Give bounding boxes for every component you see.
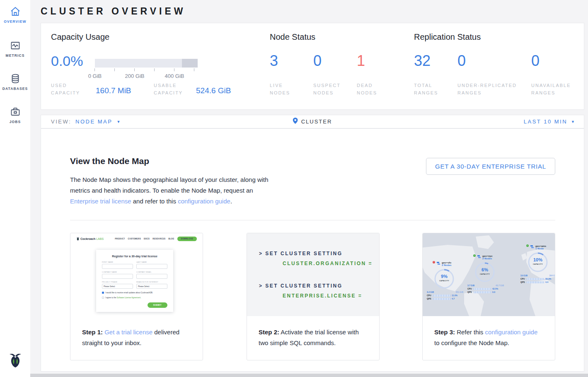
step1-caption: Step 1: Get a trial license delivered st… <box>70 316 203 348</box>
live-nodes-count: 3 <box>270 53 278 69</box>
unavailable-ranges-count: 0 <box>531 53 540 69</box>
registration-form: Register for a 30-day trial license FIRS… <box>96 250 173 312</box>
sidebar-item-label: JOBS <box>0 120 30 124</box>
step2-caption: Step 2: Activate the trial license with … <box>247 316 379 348</box>
sidebar-item-label: METRICS <box>0 53 30 58</box>
view-label: VIEW: <box>51 118 71 125</box>
time-range-dropdown[interactable]: LAST 10 MIN ▼ <box>524 115 575 128</box>
map-pin-icon <box>293 118 298 126</box>
configuration-guide-link[interactable]: configuration guide <box>485 329 538 336</box>
metrics-icon <box>0 40 30 51</box>
view-selected-value: NODE MAP <box>75 118 112 125</box>
capacity-axis-tick: 200 GiB <box>125 73 145 79</box>
view-selector-dropdown[interactable]: VIEW: NODE MAP ▼ <box>51 115 120 128</box>
sidebar-item-metrics[interactable]: METRICS <box>0 40 30 58</box>
section-title: View the Node Map <box>70 156 149 166</box>
cluster-scope-label: CLUSTER <box>301 118 332 125</box>
live-nodes-label: LIVENODES <box>270 82 290 97</box>
capacity-donut: 6% CAPACITY <box>473 261 496 284</box>
section-description: The Node Map shows the geographical layo… <box>70 174 269 207</box>
cockroach-labs-logo-icon <box>0 351 30 371</box>
locality-sfo: ! geo=sfo 2 Nodes 9% CAPACITY 3.2 GiB351… <box>427 261 467 300</box>
usable-capacity-label: USABLECAPACITY <box>154 82 183 97</box>
mini-download-button: DOWNLOAD <box>177 237 197 241</box>
locality-nyc: ✓ geo=nyc 2 Nodes 6% CAPACITY 3.7 GiB43.… <box>467 255 507 293</box>
under-replicated-ranges-count: 0 <box>457 53 466 69</box>
alert-badge-icon: ! <box>433 261 435 263</box>
database-icon <box>0 73 30 85</box>
step1-card: CockroachLABS PRODUCTCUSTOMERS DOCSRESOU… <box>70 233 203 360</box>
total-ranges-count: 32 <box>414 53 431 69</box>
dead-nodes-count: 1 <box>357 53 365 69</box>
cluster-summary-card: Capacity Usage 0.0% 0 GiB 200 GiB 400 Gi… <box>41 23 584 110</box>
get-trial-license-link[interactable]: Get a trial license <box>104 329 152 336</box>
locality-ams: ✓ geo=ams 1 Node 10% CAPACITY 3.6 GiB364… <box>520 245 555 283</box>
capacity-axis-tick: 0 GiB <box>88 73 102 79</box>
unavailable-ranges-label: UNAVAILABLERANGES <box>531 82 571 97</box>
cluster-scope: CLUSTER <box>293 115 332 128</box>
node-status-title: Node Status <box>270 32 315 42</box>
sidebar: OVERVIEW METRICS DATABASES JOBS <box>0 0 30 377</box>
sidebar-item-label: OVERVIEW <box>0 19 30 24</box>
suspect-nodes-label: SUSPECTNODES <box>313 82 341 97</box>
capacity-axis-tick: 400 GiB <box>165 73 184 79</box>
chevron-down-icon: ▼ <box>571 120 575 124</box>
bottom-strip <box>30 374 588 377</box>
configuration-guide-link[interactable]: configuration guide <box>178 198 230 205</box>
time-range-value: LAST 10 MIN <box>524 118 567 125</box>
sidebar-item-overview[interactable]: OVERVIEW <box>0 6 30 24</box>
cockroach-labs-mini-logo: CockroachLABS <box>76 237 104 241</box>
suspect-nodes-count: 0 <box>313 53 322 69</box>
usable-capacity-value: 524.6 GiB <box>196 86 231 95</box>
mini-site-nav: PRODUCTCUSTOMERS DOCSRESOURCES BLOG DOWN… <box>115 237 197 241</box>
used-capacity-value: 160.7 MiB <box>96 86 131 95</box>
home-icon <box>0 6 30 17</box>
capacity-bar-reserved-segment <box>182 59 198 68</box>
replication-status-title: Replication Status <box>414 32 481 42</box>
view-bar: VIEW: NODE MAP ▼ CLUSTER LAST 10 MIN ▼ <box>41 115 584 128</box>
sql-commands-image: > SET CLUSTER SETTING CLUSTER.ORGANIZATI… <box>247 233 379 316</box>
chevron-down-icon: ▼ <box>116 120 120 124</box>
enterprise-trial-button[interactable]: GET A 30-DAY ENTERPRISE TRIAL <box>426 158 555 175</box>
capacity-usage-title: Capacity Usage <box>51 32 109 42</box>
capacity-donut: 9% CAPACITY <box>433 267 456 290</box>
page-title: CLUSTER OVERVIEW <box>41 6 186 17</box>
step3-card: ! geo=sfo 2 Nodes 9% CAPACITY 3.2 GiB351… <box>422 233 555 360</box>
divider <box>70 220 555 220</box>
sidebar-item-databases[interactable]: DATABASES <box>0 73 30 91</box>
used-capacity-label: USEDCAPACITY <box>51 82 80 97</box>
registration-screenshot: CockroachLABS PRODUCTCUSTOMERS DOCSRESOU… <box>70 233 203 316</box>
healthy-badge-icon: ✓ <box>526 244 529 247</box>
enterprise-trial-license-link[interactable]: Enterprise trial license <box>70 198 131 205</box>
healthy-badge-icon: ✓ <box>473 254 476 257</box>
under-replicated-ranges-label: UNDER-REPLICATEDRANGES <box>457 82 517 97</box>
capacity-usage-bar <box>95 59 198 68</box>
mini-submit-button: SUBMIT <box>148 302 167 308</box>
node-map-image: ! geo=sfo 2 Nodes 9% CAPACITY 3.2 GiB351… <box>423 233 555 316</box>
capacity-used-percent: 0.0% <box>51 53 83 69</box>
total-ranges-label: TOTALRANGES <box>414 82 438 97</box>
sidebar-item-jobs[interactable]: JOBS <box>0 106 30 124</box>
node-map-panel: View the Node Map The Node Map shows the… <box>41 128 584 372</box>
briefcase-icon <box>0 106 30 118</box>
capacity-donut: 10% CAPACITY <box>526 251 549 274</box>
sidebar-item-label: DATABASES <box>0 87 30 91</box>
dead-nodes-label: DEADNODES <box>357 82 377 97</box>
step3-caption: Step 3: Refer this configuration guide t… <box>423 316 555 348</box>
step2-card: > SET CLUSTER SETTING CLUSTER.ORGANIZATI… <box>247 233 380 360</box>
